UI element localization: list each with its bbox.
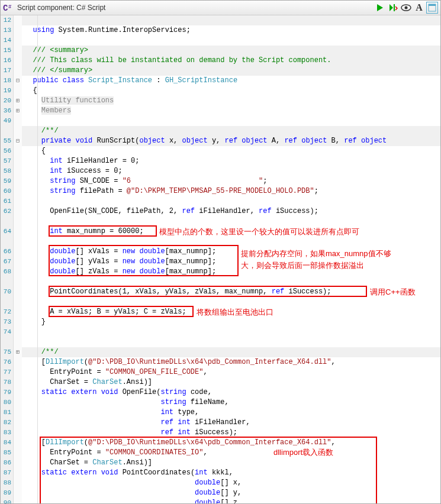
fold-mark[interactable] <box>14 387 22 398</box>
lineno: 79 <box>1 387 11 398</box>
run-icon[interactable] <box>374 2 386 14</box>
lineno: 16 <box>1 56 11 66</box>
code-line: Members <box>22 106 440 116</box>
code-area[interactable]: using System.Runtime.InteropServices; //… <box>22 15 440 503</box>
fold-mark[interactable]: ⊞ <box>14 347 22 357</box>
lineno: 74 <box>1 327 11 337</box>
lineno: 56 <box>1 146 11 156</box>
fold-mark[interactable] <box>14 86 22 96</box>
fold-mark[interactable] <box>14 25 22 35</box>
csharp-icon: C# <box>3 2 14 13</box>
fold-mark[interactable] <box>14 478 22 488</box>
fold-mark[interactable] <box>14 186 22 196</box>
fold-mark[interactable] <box>14 458 22 468</box>
fold-mark[interactable] <box>14 166 22 176</box>
code-line: string SN_CODE = "6 "; <box>22 176 440 186</box>
code-line: { <box>22 146 440 156</box>
title-bar: C# Script component: C# Script A <box>1 1 440 15</box>
fold-mark[interactable] <box>14 56 22 66</box>
lineno: 82 <box>1 418 11 428</box>
fold-mark[interactable] <box>14 297 22 307</box>
fold-mark[interactable] <box>14 428 22 438</box>
fold-mark[interactable] <box>14 206 22 217</box>
lineno: 59 <box>1 176 11 186</box>
fold-mark[interactable] <box>14 468 22 478</box>
lineno: 36 <box>1 106 11 116</box>
fold-mark[interactable] <box>14 277 22 287</box>
fold-mark[interactable] <box>14 247 22 257</box>
svg-rect-2 <box>394 4 395 11</box>
fold-mark[interactable] <box>14 237 22 247</box>
fold-mark[interactable] <box>14 488 22 498</box>
lineno: 20 <box>1 96 11 106</box>
fold-mark[interactable]: ⊟ <box>14 136 22 146</box>
fold-mark[interactable] <box>14 357 22 367</box>
editor[interactable]: 12 13 14 15 16 17 18 19 20 36 49 55 56 5… <box>1 15 440 503</box>
lineno <box>1 297 11 307</box>
annotation: 将数组输出至电池出口 <box>197 307 273 318</box>
fold-mark[interactable]: ⊞ <box>14 96 22 106</box>
lineno <box>1 217 11 227</box>
code-line: ref int iSuccess); <box>22 428 440 438</box>
code-line: string fileName, <box>22 398 440 408</box>
code-line: int iSuccess = 0; <box>22 166 440 176</box>
font-icon[interactable]: A <box>413 2 425 14</box>
fold-mark[interactable] <box>14 438 22 448</box>
fold-mark[interactable] <box>14 317 22 327</box>
fold-mark[interactable] <box>14 126 22 136</box>
fold-mark[interactable]: ⊟ <box>14 76 22 86</box>
code-line <box>22 337 440 347</box>
code-line: [DllImport(@"D:\PDB_IO\RuntimeDLLs\x64\p… <box>22 438 440 448</box>
fold-mark[interactable] <box>14 327 22 337</box>
fold-mark[interactable] <box>14 156 22 166</box>
fold-mark[interactable] <box>14 377 22 387</box>
fold-mark[interactable] <box>14 15 22 25</box>
fold-mark[interactable] <box>14 498 22 504</box>
fold-mark[interactable] <box>14 66 22 76</box>
fold-mark[interactable] <box>14 337 22 347</box>
lineno: 66 <box>1 247 11 257</box>
annotation: 模型中点的个数，这里设一个较大的值可以装进所有点即可 <box>159 227 359 237</box>
window-icon[interactable] <box>426 2 438 14</box>
code-line: static extern void PointCoordinates(int … <box>22 468 440 478</box>
lineno: 49 <box>1 116 11 126</box>
fold-mark[interactable] <box>14 35 22 46</box>
fold-mark[interactable] <box>14 418 22 428</box>
code-line: [DllImport(@"D:\PDB_IO\RuntimeDLLs\x64\p… <box>22 357 440 367</box>
fold-mark[interactable] <box>14 408 22 418</box>
lineno: 77 <box>1 367 11 377</box>
lineno: 60 <box>1 186 11 196</box>
lineno: 81 <box>1 408 11 418</box>
fold-mark[interactable] <box>14 398 22 408</box>
fold-mark[interactable] <box>14 46 22 56</box>
fold-mark[interactable] <box>14 307 22 317</box>
fold-mark[interactable] <box>14 448 22 458</box>
fold-mark[interactable] <box>14 257 22 267</box>
lineno: 64 <box>1 227 11 237</box>
fold-mark[interactable] <box>14 146 22 156</box>
code-line: private void RunScript(object x, object … <box>22 136 440 146</box>
lineno: 86 <box>1 458 11 468</box>
lineno: 85 <box>1 448 11 458</box>
fold-mark[interactable] <box>14 267 22 277</box>
code-line <box>22 196 440 206</box>
fold-mark[interactable]: ⊞ <box>14 106 22 116</box>
lineno <box>1 126 11 136</box>
code-line: double[] y, <box>22 488 440 498</box>
lineno: 17 <box>1 66 11 76</box>
lineno: 73 <box>1 317 11 327</box>
code-line: int type, <box>22 408 440 418</box>
lineno: 78 <box>1 377 11 387</box>
fold-mark[interactable] <box>14 116 22 126</box>
fold-mark[interactable] <box>14 176 22 186</box>
lineno: 12 <box>1 15 11 25</box>
lineno: 57 <box>1 156 11 166</box>
code-line: double[] z, <box>22 498 440 504</box>
fold-mark[interactable] <box>14 217 22 227</box>
fold-mark[interactable] <box>14 367 22 377</box>
preview-icon[interactable] <box>400 2 412 14</box>
fold-mark[interactable] <box>14 196 22 206</box>
step-icon[interactable] <box>387 2 399 14</box>
fold-mark[interactable] <box>14 227 22 237</box>
fold-mark[interactable] <box>14 287 22 297</box>
